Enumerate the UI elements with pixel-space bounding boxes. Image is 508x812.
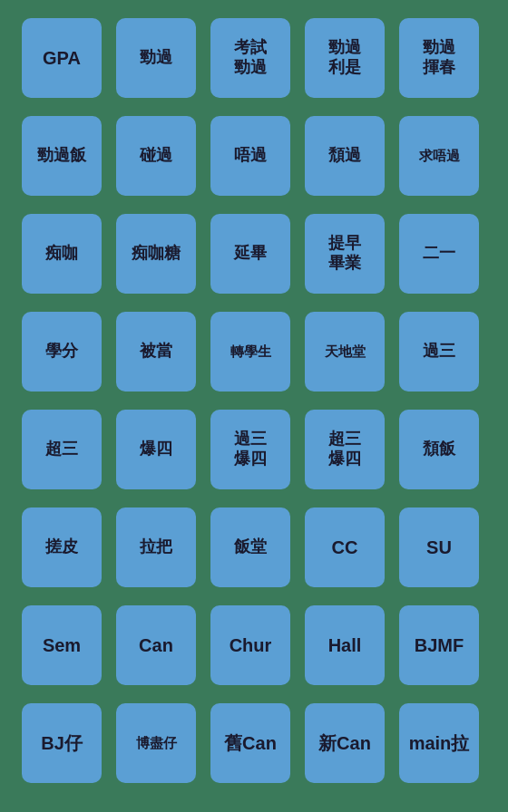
sticker-ti-zao-bi: 提早 畢業	[305, 214, 385, 294]
sticker-guo-fan: 勁過飯	[22, 116, 102, 196]
sticker-guo-guo: 勁過	[116, 18, 196, 98]
sticker-bjmf: BJMF	[399, 605, 479, 685]
sticker-qiu-m-guo: 求唔過	[399, 116, 479, 196]
sticker-sou-pi: 搓皮	[22, 508, 102, 587]
sticker-lai-fan: 頹飯	[399, 410, 479, 489]
sticker-shen-pa-tang: 痴咖糖	[116, 214, 196, 294]
sticker-shen-pa: 痴咖	[22, 214, 102, 294]
sticker-tian-di-tang: 天地堂	[305, 312, 385, 392]
sticker-chur: Chur	[210, 605, 290, 685]
sticker-bo-jin-zai: 博盡仔	[116, 703, 196, 783]
sticker-m-guo: 唔過	[210, 116, 290, 196]
sticker-kaoshi-guo: 考試 勁過	[210, 18, 290, 98]
sticker-yan-bi: 延畢	[210, 214, 290, 294]
sticker-guo-san-bao-si: 過三 爆四	[210, 410, 290, 489]
sticker-su: SU	[399, 508, 479, 587]
sticker-chao-san-bao-si: 超三 爆四	[305, 410, 385, 489]
sticker-zhuan-xue: 轉學生	[210, 312, 290, 392]
sticker-gpa: GPA	[22, 18, 102, 98]
sticker-peng-guo: 碰過	[116, 116, 196, 196]
sticker-jiu-can: 舊Can	[210, 703, 290, 783]
sticker-bei-dang: 被當	[116, 312, 196, 392]
sticker-guo-lishi: 勁過 利是	[305, 18, 385, 98]
sticker-hall: Hall	[305, 605, 385, 685]
sticker-chao-san: 超三	[22, 410, 102, 489]
sticker-guo-san: 過三	[399, 312, 479, 392]
sticker-main-la: main拉	[399, 703, 479, 783]
sticker-lai-guo: 頹過	[305, 116, 385, 196]
sticker-can: Can	[116, 605, 196, 685]
sticker-sem: Sem	[22, 605, 102, 685]
sticker-fan-tang: 飯堂	[210, 508, 290, 587]
sticker-xue-fen: 學分	[22, 312, 102, 392]
sticker-xin-can: 新Can	[305, 703, 385, 783]
sticker-er-yi: 二一	[399, 214, 479, 294]
sticker-la-ba: 拉把	[116, 508, 196, 587]
sticker-grid: GPA勁過考試 勁過勁過 利是勁過 揮春勁過飯碰過唔過頹過求唔過痴咖痴咖糖延畢提…	[7, 4, 501, 808]
sticker-cc: CC	[305, 508, 385, 587]
sticker-guo-huichun: 勁過 揮春	[399, 18, 479, 98]
sticker-bao-si: 爆四	[116, 410, 196, 489]
sticker-bj-zai: BJ仔	[22, 703, 102, 783]
